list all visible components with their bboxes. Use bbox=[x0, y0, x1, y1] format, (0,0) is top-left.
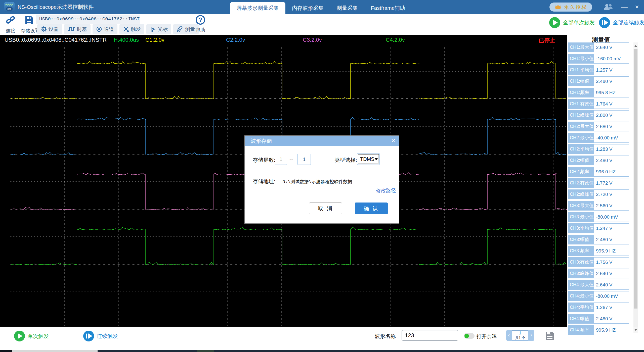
measurement-value: 2.480 V bbox=[594, 156, 629, 165]
settings-label: 设置 bbox=[49, 26, 59, 33]
bottom-bar: 单次触发 连续触发 波形名称 123 打开余晖 ‹ 1 共1 个 › bbox=[0, 327, 567, 350]
measurement-label: CH1:幅值 bbox=[568, 76, 594, 86]
measurement-value: 996.0 HZ bbox=[594, 167, 629, 177]
measurement-value: 1.283 V bbox=[594, 144, 629, 154]
visa-address-field[interactable]: USB0::0x0699::0x0408::C041762::INSTR bbox=[36, 15, 140, 24]
measurement-row: CH3:幅值2.480 V bbox=[568, 235, 629, 244]
app-title: NS-Oscilloscope示波器控制软件 bbox=[18, 0, 94, 14]
change-path-link[interactable]: 修改路径 bbox=[376, 187, 396, 194]
type-dropdown[interactable]: TDMS bbox=[357, 153, 380, 165]
measurement-row: CH1:有效值1.764 V bbox=[568, 99, 629, 109]
license-badge[interactable]: 永久授权 bbox=[549, 3, 592, 12]
cursor-button[interactable]: 光标 bbox=[146, 24, 171, 34]
measurement-label: CH1:最大值 bbox=[568, 42, 594, 52]
measurement-row: CH2:峰峰值2.720 V bbox=[568, 189, 629, 199]
single-trigger-label[interactable]: 单次触发 bbox=[28, 333, 49, 340]
channel-label: 通道 bbox=[104, 26, 114, 33]
trigger-all-single-button[interactable]: 全部单次触发 bbox=[549, 17, 595, 28]
scrollbar-thumb[interactable] bbox=[634, 49, 637, 309]
channel-button[interactable]: 通道 bbox=[93, 24, 117, 34]
wave-name-input[interactable]: 123 bbox=[402, 330, 458, 341]
help-button[interactable]: ? 帮助 bbox=[194, 15, 207, 33]
measurement-value: 2.720 V bbox=[594, 189, 629, 199]
measurement-row: CH4:平均值1.267 V bbox=[568, 303, 629, 312]
measurement-label: CH4:最小值 bbox=[568, 291, 594, 301]
single-trigger-button[interactable] bbox=[14, 330, 25, 343]
page-indicator[interactable]: 1 共1 个 bbox=[512, 330, 528, 340]
measurement-value: 2.640 V bbox=[594, 42, 629, 52]
measurement-row: CH4:最大值2.640 V bbox=[568, 280, 629, 290]
continuous-trigger-label[interactable]: 连续触发 bbox=[97, 333, 118, 340]
tab-screen-waveform[interactable]: 屏幕波形测量采集 bbox=[230, 2, 285, 14]
scroll-up-button[interactable] bbox=[633, 42, 638, 49]
dialog-title[interactable]: 波形存储 bbox=[245, 136, 399, 146]
trigger-button[interactable]: 触发 bbox=[119, 24, 144, 34]
connect-label: 连接 bbox=[4, 28, 18, 34]
cancel-button[interactable]: 取 消 bbox=[309, 203, 342, 214]
connect-button[interactable]: 连接 bbox=[4, 15, 18, 34]
tab-fastframe[interactable]: Fastframe辅助 bbox=[364, 2, 412, 14]
scope-ch2-scale: C2:2.0v bbox=[226, 37, 245, 43]
measurement-value: -80.00 mV bbox=[594, 291, 629, 301]
page-prev-button[interactable]: ‹ bbox=[506, 330, 512, 341]
strip-segment bbox=[12, 350, 98, 352]
timebase-button[interactable]: 时基 bbox=[64, 24, 91, 34]
measurement-label: CH1:频率 bbox=[568, 88, 594, 97]
persistence-label: 打开余晖 bbox=[477, 333, 497, 340]
pause-play-circle-icon bbox=[83, 330, 94, 342]
scope-timebase: H:400.0us bbox=[114, 37, 139, 43]
measurement-value: 2.560 V bbox=[594, 201, 629, 211]
measurement-panel: 测量值 CH1:最大值2.640 VCH1:最小值-160.00 mVCH1:平… bbox=[567, 35, 644, 350]
users-icon[interactable] bbox=[604, 3, 614, 12]
settings-button[interactable]: 设置 bbox=[37, 24, 62, 34]
chevron-down-icon bbox=[374, 158, 378, 160]
measurement-value: 1.756 V bbox=[594, 257, 629, 267]
main-tabs: 屏幕波形测量采集 内存波形采集 测量采集 Fastframe辅助 bbox=[230, 2, 412, 14]
measurement-row: CH2:平均值1.283 V bbox=[568, 144, 629, 154]
measurement-label: CH3:平均值 bbox=[568, 223, 594, 233]
toolbar: 连接 存储设置 USB0::0x0699::0x0408::C041762::I… bbox=[0, 14, 644, 35]
dialog-close-icon[interactable]: × bbox=[391, 136, 395, 146]
measurement-label: CH1:峰峰值 bbox=[568, 110, 594, 120]
save-waveform-button[interactable] bbox=[545, 331, 555, 342]
persistence-toggle[interactable] bbox=[464, 333, 475, 339]
app-icon: osc bbox=[4, 2, 15, 12]
measurement-value: 2.480 V bbox=[594, 76, 629, 86]
scope-button-row: 设置 时基 通道 触发 bbox=[37, 24, 199, 34]
measurement-value: 2.480 V bbox=[594, 235, 629, 244]
measurement-row: CH1:平均值1.257 V bbox=[568, 65, 629, 75]
tab-memory-waveform[interactable]: 内存波形采集 bbox=[285, 2, 330, 14]
confirm-button[interactable]: 确 认 bbox=[355, 203, 388, 214]
trigger-label: 触发 bbox=[131, 26, 141, 33]
path-value: D:\测试数据\示波器程控软件数据 bbox=[282, 179, 352, 185]
measurement-value: 995.9 HZ bbox=[594, 325, 629, 335]
measurement-value: 1.247 V bbox=[594, 223, 629, 233]
page-next-button[interactable]: › bbox=[529, 330, 534, 341]
close-button[interactable]: × bbox=[632, 0, 642, 14]
measurement-row: CH2:最小值-40.00 mV bbox=[568, 133, 629, 143]
strip-segment bbox=[0, 350, 12, 352]
screens-to-input[interactable]: 1 bbox=[297, 154, 311, 165]
measurement-label: CH2:频率 bbox=[568, 167, 594, 177]
continuous-trigger-button[interactable] bbox=[83, 330, 94, 343]
measurement-value: 1.764 V bbox=[594, 99, 629, 109]
scope-ch4-scale: C4:2.0v bbox=[386, 37, 405, 43]
screens-from-input[interactable]: 1 bbox=[275, 154, 287, 165]
help-icon: ? bbox=[195, 15, 205, 25]
trigger-icon bbox=[123, 26, 129, 32]
channel-icon bbox=[96, 26, 102, 32]
crown-icon bbox=[554, 4, 562, 11]
panel-scrollbar[interactable] bbox=[633, 42, 638, 333]
measurement-value: -160.00 mV bbox=[594, 54, 629, 64]
range-separator: -- bbox=[289, 157, 293, 163]
screens-label: 存储屏数: bbox=[253, 157, 275, 164]
storage-settings-button[interactable]: 存储设置 bbox=[21, 15, 37, 34]
measurement-label: CH3:峰峰值 bbox=[568, 269, 594, 278]
trigger-all-continuous-button[interactable]: 全部连续触发 bbox=[599, 17, 644, 28]
minimize-button[interactable]: — bbox=[619, 0, 629, 14]
measurement-label: CH4:频率 bbox=[568, 325, 594, 335]
measurement-row: CH4:幅值2.480 V bbox=[568, 314, 629, 324]
trigger-all-single-label: 全部单次触发 bbox=[563, 19, 595, 26]
tab-measure-acquire[interactable]: 测量采集 bbox=[330, 2, 364, 14]
scroll-down-button[interactable] bbox=[633, 327, 638, 333]
